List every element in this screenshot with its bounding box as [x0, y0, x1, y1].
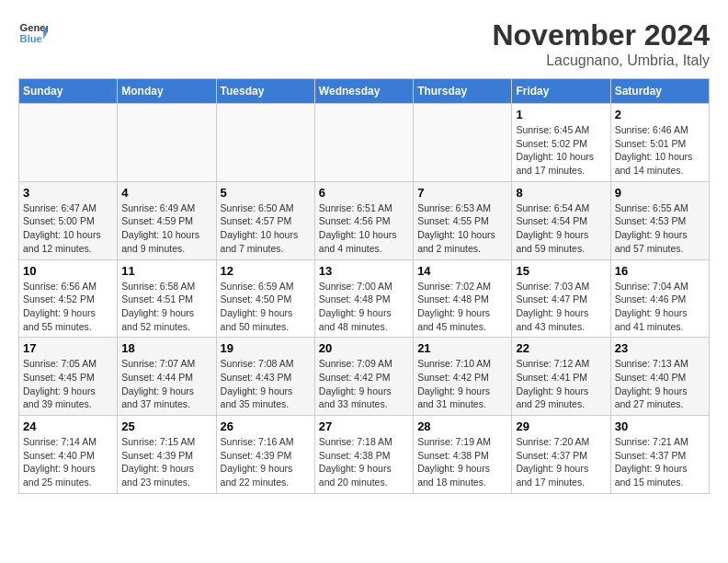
- calendar-cell: [216, 104, 314, 182]
- month-title: November 2024: [492, 18, 710, 52]
- calendar-cell: 20Sunrise: 7:09 AM Sunset: 4:42 PM Dayli…: [314, 338, 413, 416]
- calendar-table: SundayMondayTuesdayWednesdayThursdayFrid…: [18, 78, 710, 494]
- calendar-cell: 5Sunrise: 6:50 AM Sunset: 4:57 PM Daylig…: [216, 181, 314, 259]
- day-info: Sunrise: 7:16 AM Sunset: 4:39 PM Dayligh…: [221, 435, 311, 489]
- calendar-cell: 1Sunrise: 6:45 AM Sunset: 5:02 PM Daylig…: [512, 104, 610, 182]
- logo: General Blue: [18, 18, 48, 48]
- day-info: Sunrise: 6:51 AM Sunset: 4:56 PM Dayligh…: [319, 201, 409, 256]
- calendar-cell: 18Sunrise: 7:07 AM Sunset: 4:44 PM Dayli…: [118, 338, 216, 416]
- day-number: 8: [516, 186, 606, 200]
- day-info: Sunrise: 6:47 AM Sunset: 5:00 PM Dayligh…: [23, 201, 113, 256]
- calendar-cell: 7Sunrise: 6:53 AM Sunset: 4:55 PM Daylig…: [414, 181, 512, 259]
- day-number: 28: [417, 419, 507, 433]
- day-info: Sunrise: 7:18 AM Sunset: 4:38 PM Dayligh…: [319, 435, 409, 489]
- day-number: 1: [516, 108, 606, 121]
- weekday-header-row: SundayMondayTuesdayWednesdayThursdayFrid…: [19, 79, 710, 104]
- logo-icon: General Blue: [18, 18, 48, 48]
- calendar-cell: 16Sunrise: 7:04 AM Sunset: 4:46 PM Dayli…: [610, 259, 709, 338]
- day-info: Sunrise: 7:12 AM Sunset: 4:41 PM Dayligh…: [516, 357, 606, 411]
- calendar-cell: 24Sunrise: 7:14 AM Sunset: 4:40 PM Dayli…: [19, 416, 118, 494]
- svg-text:Blue: Blue: [20, 33, 42, 44]
- calendar-cell: 25Sunrise: 7:15 AM Sunset: 4:39 PM Dayli…: [118, 416, 216, 494]
- weekday-header-tuesday: Tuesday: [216, 79, 314, 104]
- day-info: Sunrise: 7:08 AM Sunset: 4:43 PM Dayligh…: [221, 357, 311, 411]
- day-number: 14: [417, 264, 507, 278]
- day-number: 11: [121, 264, 211, 278]
- calendar-cell: 9Sunrise: 6:55 AM Sunset: 4:53 PM Daylig…: [610, 181, 709, 259]
- calendar-cell: 27Sunrise: 7:18 AM Sunset: 4:38 PM Dayli…: [314, 416, 413, 494]
- day-number: 12: [221, 264, 311, 278]
- day-info: Sunrise: 7:09 AM Sunset: 4:42 PM Dayligh…: [319, 357, 409, 411]
- day-number: 27: [319, 419, 409, 433]
- calendar-cell: 3Sunrise: 6:47 AM Sunset: 5:00 PM Daylig…: [19, 181, 118, 259]
- day-number: 5: [221, 186, 311, 200]
- calendar-cell: 30Sunrise: 7:21 AM Sunset: 4:37 PM Dayli…: [610, 416, 709, 494]
- calendar-cell: 13Sunrise: 7:00 AM Sunset: 4:48 PM Dayli…: [314, 259, 413, 338]
- day-info: Sunrise: 7:05 AM Sunset: 4:45 PM Dayligh…: [23, 357, 113, 411]
- weekday-header-friday: Friday: [512, 79, 610, 104]
- calendar-cell: 26Sunrise: 7:16 AM Sunset: 4:39 PM Dayli…: [216, 416, 314, 494]
- weekday-header-thursday: Thursday: [414, 79, 512, 104]
- day-info: Sunrise: 7:19 AM Sunset: 4:38 PM Dayligh…: [417, 435, 507, 489]
- day-number: 4: [121, 186, 211, 200]
- day-number: 10: [23, 264, 113, 278]
- calendar-cell: 10Sunrise: 6:56 AM Sunset: 4:52 PM Dayli…: [19, 259, 118, 338]
- title-area: November 2024 Lacugnano, Umbria, Italy: [492, 18, 710, 69]
- calendar-cell: 14Sunrise: 7:02 AM Sunset: 4:48 PM Dayli…: [414, 259, 512, 338]
- calendar-cell: [414, 104, 512, 182]
- day-info: Sunrise: 6:54 AM Sunset: 4:54 PM Dayligh…: [516, 201, 606, 256]
- day-number: 29: [516, 419, 606, 433]
- day-number: 24: [23, 419, 113, 433]
- day-number: 26: [221, 419, 311, 433]
- week-row-1: 3Sunrise: 6:47 AM Sunset: 5:00 PM Daylig…: [19, 181, 710, 259]
- day-info: Sunrise: 6:45 AM Sunset: 5:02 PM Dayligh…: [516, 123, 606, 178]
- day-info: Sunrise: 7:13 AM Sunset: 4:40 PM Dayligh…: [615, 357, 705, 411]
- day-info: Sunrise: 7:02 AM Sunset: 4:48 PM Dayligh…: [417, 280, 507, 334]
- day-info: Sunrise: 7:03 AM Sunset: 4:47 PM Dayligh…: [516, 280, 606, 334]
- calendar-cell: [314, 104, 413, 182]
- day-number: 9: [615, 186, 705, 200]
- day-info: Sunrise: 7:04 AM Sunset: 4:46 PM Dayligh…: [615, 280, 705, 334]
- day-number: 18: [121, 341, 211, 355]
- calendar-cell: 22Sunrise: 7:12 AM Sunset: 4:41 PM Dayli…: [512, 338, 610, 416]
- calendar-cell: [19, 104, 118, 182]
- calendar-cell: 21Sunrise: 7:10 AM Sunset: 4:42 PM Dayli…: [414, 338, 512, 416]
- calendar-cell: 2Sunrise: 6:46 AM Sunset: 5:01 PM Daylig…: [610, 104, 709, 182]
- day-info: Sunrise: 6:49 AM Sunset: 4:59 PM Dayligh…: [121, 201, 211, 256]
- day-info: Sunrise: 6:53 AM Sunset: 4:55 PM Dayligh…: [417, 201, 507, 256]
- day-info: Sunrise: 7:20 AM Sunset: 4:37 PM Dayligh…: [516, 435, 606, 489]
- week-row-3: 17Sunrise: 7:05 AM Sunset: 4:45 PM Dayli…: [19, 338, 710, 416]
- day-number: 15: [516, 264, 606, 278]
- calendar-cell: 17Sunrise: 7:05 AM Sunset: 4:45 PM Dayli…: [19, 338, 118, 416]
- calendar-cell: 29Sunrise: 7:20 AM Sunset: 4:37 PM Dayli…: [512, 416, 610, 494]
- day-number: 7: [417, 186, 507, 200]
- day-number: 3: [23, 186, 113, 200]
- calendar-cell: 23Sunrise: 7:13 AM Sunset: 4:40 PM Dayli…: [610, 338, 709, 416]
- calendar-cell: [118, 104, 216, 182]
- weekday-header-sunday: Sunday: [19, 79, 118, 104]
- day-info: Sunrise: 6:58 AM Sunset: 4:51 PM Dayligh…: [121, 280, 211, 334]
- day-number: 20: [319, 341, 409, 355]
- calendar-cell: 4Sunrise: 6:49 AM Sunset: 4:59 PM Daylig…: [118, 181, 216, 259]
- day-number: 30: [615, 419, 705, 433]
- page-header: General Blue November 2024 Lacugnano, Um…: [18, 18, 710, 69]
- day-info: Sunrise: 7:00 AM Sunset: 4:48 PM Dayligh…: [319, 280, 409, 334]
- calendar-cell: 15Sunrise: 7:03 AM Sunset: 4:47 PM Dayli…: [512, 259, 610, 338]
- week-row-0: 1Sunrise: 6:45 AM Sunset: 5:02 PM Daylig…: [19, 104, 710, 182]
- weekday-header-monday: Monday: [118, 79, 216, 104]
- week-row-4: 24Sunrise: 7:14 AM Sunset: 4:40 PM Dayli…: [19, 416, 710, 494]
- location-title: Lacugnano, Umbria, Italy: [492, 52, 710, 69]
- day-info: Sunrise: 6:46 AM Sunset: 5:01 PM Dayligh…: [615, 123, 705, 178]
- day-info: Sunrise: 7:21 AM Sunset: 4:37 PM Dayligh…: [615, 435, 705, 489]
- week-row-2: 10Sunrise: 6:56 AM Sunset: 4:52 PM Dayli…: [19, 259, 710, 338]
- day-info: Sunrise: 7:07 AM Sunset: 4:44 PM Dayligh…: [121, 357, 211, 411]
- day-number: 17: [23, 341, 113, 355]
- day-number: 23: [615, 341, 705, 355]
- day-number: 21: [417, 341, 507, 355]
- day-number: 22: [516, 341, 606, 355]
- day-info: Sunrise: 6:55 AM Sunset: 4:53 PM Dayligh…: [615, 201, 705, 256]
- day-number: 19: [221, 341, 311, 355]
- day-number: 13: [319, 264, 409, 278]
- calendar-cell: 11Sunrise: 6:58 AM Sunset: 4:51 PM Dayli…: [118, 259, 216, 338]
- day-info: Sunrise: 7:14 AM Sunset: 4:40 PM Dayligh…: [23, 435, 113, 489]
